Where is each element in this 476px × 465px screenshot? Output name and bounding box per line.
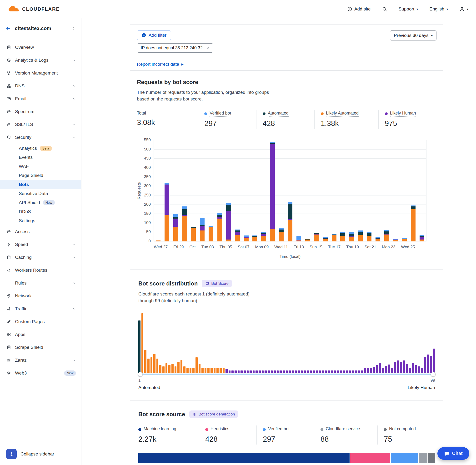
score-range-slider[interactable] xyxy=(138,374,435,375)
chat-icon xyxy=(444,451,449,456)
sidebar-item-label: Scrape Shield xyxy=(15,345,76,350)
settings-gear-button[interactable] xyxy=(6,449,17,459)
distribution-bar xyxy=(195,357,198,373)
stat-label: Not computed xyxy=(389,426,416,432)
legend-dot xyxy=(320,428,323,431)
sidebar-item-network[interactable]: Network xyxy=(0,289,81,302)
distribution-bar xyxy=(310,370,312,373)
remove-filter-icon[interactable] xyxy=(206,46,210,50)
cloudflare-logo[interactable]: CLOUDFLARE xyxy=(8,5,60,13)
requests-by-bot-score-section: Requests by bot score The number of requ… xyxy=(130,71,443,270)
sidebar-item-workers-routes[interactable]: Workers Routes xyxy=(0,264,81,277)
sidebar-item-email[interactable]: Email xyxy=(0,92,81,105)
site-selector[interactable]: cftestsite3.com xyxy=(0,18,81,38)
stat-label: Verified bot xyxy=(268,426,290,432)
sidebar-item-label: Rules xyxy=(15,280,69,286)
chat-label: Chat xyxy=(452,451,463,456)
distribution-bar xyxy=(153,354,156,373)
sidebar-item-ssl-tls[interactable]: SSL/TLS xyxy=(0,118,81,131)
sidebar-subitem-settings[interactable]: Settings xyxy=(0,216,81,225)
chevron-down-icon xyxy=(73,84,76,88)
card-title-row: Bot score distribution Bot Score xyxy=(138,280,435,287)
distribution-bar xyxy=(337,370,339,373)
distribution-bar xyxy=(229,370,231,373)
slider-handle-min[interactable] xyxy=(138,372,143,377)
sidebar-subitem-api-shield[interactable]: API ShieldNew xyxy=(0,198,81,207)
chevron-down-icon: ▾ xyxy=(416,8,418,11)
chevron-down-icon: ▾ xyxy=(467,8,468,11)
add-filter-button[interactable]: Add filter xyxy=(137,31,171,40)
support-menu[interactable]: Support ▾ xyxy=(399,6,418,12)
distribution-bar xyxy=(234,370,237,373)
sidebar-subitem-ddos[interactable]: DDoS xyxy=(0,207,81,216)
requests-bar xyxy=(384,230,389,242)
sidebar-item-zaraz[interactable]: Zaraz xyxy=(0,354,81,367)
sidebar-subitem-sensitive-data[interactable]: Sensitive Data xyxy=(0,189,81,198)
filter-chip[interactable]: IP does not equal 35.212.240.32 xyxy=(137,43,213,53)
distribution-bar xyxy=(247,370,249,373)
sidebar-subitem-label: Events xyxy=(19,155,33,160)
sidebar-subitem-page-shield[interactable]: Page Shield xyxy=(0,171,81,180)
bot-score-source-card: Bot score source Bot score generation Ma… xyxy=(130,403,443,465)
sidebar-item-version-management[interactable]: Version Management xyxy=(0,67,81,80)
time-range-select[interactable]: Previous 30 days ▾ xyxy=(390,31,436,41)
requests-chart: Requests 0501001502002503003504004505005… xyxy=(137,140,436,242)
sidebar-item-caching[interactable]: Caching xyxy=(0,251,81,264)
distribution-bar xyxy=(138,320,140,373)
sidebar-item-label: SSL/TLS xyxy=(15,122,69,127)
sidebar-item-traffic[interactable]: Traffic xyxy=(0,302,81,315)
sidebar-subitem-analytics[interactable]: AnalyticsBeta xyxy=(0,144,81,153)
sidebar-item-spectrum[interactable]: Spectrum xyxy=(0,105,81,118)
add-site-button[interactable]: Add site xyxy=(348,6,371,12)
slider-handle-max[interactable] xyxy=(431,372,435,377)
distribution-bar xyxy=(177,362,180,373)
source-stats-row: Machine learning2.27kHeuristics428Verifi… xyxy=(138,425,435,444)
distribution-bar xyxy=(307,370,309,373)
collapse-sidebar-button[interactable]: Collapse sidebar xyxy=(21,451,54,457)
language-menu[interactable]: English ▾ xyxy=(430,6,448,12)
x-tick-label: Thu 19 xyxy=(346,245,359,250)
sidebar-item-scrape-shield[interactable]: Scrape Shield xyxy=(0,341,81,354)
stat-likely-automated: Likely Automated1.38k xyxy=(314,110,378,129)
distribution-bar xyxy=(406,364,408,373)
bot-score-generation-pill[interactable]: Bot score generation xyxy=(189,411,238,418)
bot-score-pill[interactable]: Bot Score xyxy=(202,280,232,287)
time-range-value: Previous 30 days xyxy=(394,33,429,38)
sidebar-item-rules[interactable]: Rules xyxy=(0,277,81,289)
sidebar-item-overview[interactable]: Overview xyxy=(0,41,81,54)
y-tick-label: 250 xyxy=(144,193,151,198)
source-segment-cloudflare-service xyxy=(419,453,427,463)
distribution-bar xyxy=(264,370,267,373)
distribution-bar xyxy=(379,363,381,373)
back-arrow-icon[interactable] xyxy=(6,26,11,31)
y-tick-label: 0 xyxy=(148,239,151,243)
distribution-bar xyxy=(211,368,213,373)
sidebar-item-speed[interactable]: Speed xyxy=(0,238,81,251)
search-button[interactable] xyxy=(382,7,387,12)
sidebar-subitem-bots[interactable]: Bots xyxy=(0,180,81,189)
requests-bar xyxy=(209,226,213,242)
sidebar-item-security[interactable]: Security xyxy=(0,131,81,144)
sidebar-subitem-waf[interactable]: WAF xyxy=(0,162,81,171)
chevron-down-icon xyxy=(73,307,76,310)
report-incorrect-data-link[interactable]: Report incorrect data ▶ xyxy=(137,62,184,67)
sidebar-item-dns[interactable]: DNS xyxy=(0,80,81,92)
stat-total: Total3.08k xyxy=(137,110,198,129)
x-tick-label: Fri 29 xyxy=(173,245,184,250)
chevron-down-icon: ▾ xyxy=(431,34,433,37)
sidebar-item-custom-pages[interactable]: Custom Pages xyxy=(0,315,81,328)
sidebar-item-web3[interactable]: Web3New xyxy=(0,367,81,380)
chevron-down-icon xyxy=(73,97,76,100)
distribution-bar xyxy=(343,370,345,373)
stat-verified-bot: Verified bot297 xyxy=(198,110,256,129)
sidebar-subitem-label: API Shield xyxy=(19,200,40,205)
account-menu[interactable]: ▾ xyxy=(459,6,468,12)
chat-button[interactable]: Chat xyxy=(437,447,469,460)
sidebar-item-access[interactable]: Access xyxy=(0,225,81,238)
sidebar-item-apps[interactable]: Apps xyxy=(0,328,81,341)
sidebar-item-analytics-logs[interactable]: Analytics & Logs xyxy=(0,54,81,67)
sidebar-item-label: Zaraz xyxy=(15,358,69,363)
distribution-bar xyxy=(171,364,174,373)
sidebar-subitem-events[interactable]: Events xyxy=(0,153,81,162)
stat-value: 297 xyxy=(263,435,312,444)
